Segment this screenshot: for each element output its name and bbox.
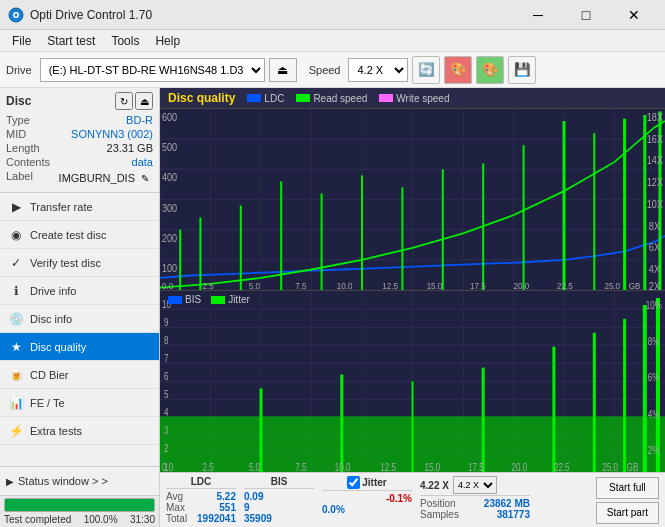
disc-type-row: Type BD-R	[6, 114, 153, 126]
disc-quality-icon: ★	[8, 339, 24, 355]
sidebar-item-verify-test-disc[interactable]: ✓ Verify test disc	[0, 249, 159, 277]
action-buttons: Start full Start part	[596, 476, 659, 524]
stats-bis-total-row: 35909	[244, 513, 314, 524]
disc-info-icon: 💿	[8, 311, 24, 327]
svg-text:3: 3	[164, 424, 168, 437]
legend-ldc: LDC	[247, 93, 284, 104]
svg-text:17.5: 17.5	[470, 280, 486, 290]
disc-contents-label: Contents	[6, 156, 50, 168]
speed-label: Speed	[309, 64, 341, 76]
sidebar-item-cd-bier[interactable]: 🍺 CD Bier	[0, 361, 159, 389]
speed-select[interactable]: 4.2 X	[348, 58, 408, 82]
legend-read-speed-label: Read speed	[313, 93, 367, 104]
eject-button[interactable]: ⏏	[269, 58, 297, 82]
disc-contents-row: Contents data	[6, 156, 153, 168]
legend-bis-color	[168, 296, 182, 304]
menu-help[interactable]: Help	[147, 32, 188, 50]
menu-file[interactable]: File	[4, 32, 39, 50]
color2-button[interactable]: 🎨	[476, 56, 504, 84]
chart1-svg: 600 500 400 300 200 100 18X 16X 14X 12X …	[160, 109, 665, 290]
progress-bar	[5, 499, 154, 511]
status-window-label: Status window > >	[18, 475, 108, 487]
sidebar-item-create-test-disc[interactable]: ◉ Create test disc	[0, 221, 159, 249]
svg-text:8: 8	[164, 334, 168, 347]
menu-tools[interactable]: Tools	[103, 32, 147, 50]
color1-button[interactable]: 🎨	[444, 56, 472, 84]
refresh-button[interactable]: 🔄	[412, 56, 440, 84]
disc-label-edit-button[interactable]: ✎	[137, 170, 153, 186]
charts-container: 600 500 400 300 200 100 18X 16X 14X 12X …	[160, 109, 665, 472]
maximize-button[interactable]: □	[563, 0, 609, 30]
disc-contents-value: data	[132, 156, 153, 168]
sidebar-item-drive-info-label: Drive info	[30, 285, 76, 297]
app-icon	[8, 7, 24, 23]
jitter-checkbox[interactable]	[347, 476, 360, 489]
menu-bar: File Start test Tools Help	[0, 30, 665, 52]
progress-labels: Test completed 100.0% 31:30	[4, 514, 155, 525]
svg-text:7: 7	[164, 352, 168, 365]
svg-text:0.0: 0.0	[162, 280, 173, 290]
sidebar-item-disc-info-label: Disc info	[30, 313, 72, 325]
svg-text:8%: 8%	[648, 335, 660, 348]
svg-text:17.5: 17.5	[468, 460, 484, 472]
start-full-button[interactable]: Start full	[596, 477, 659, 499]
stats-bis-col: BIS 0.09 9 35909	[244, 476, 314, 524]
sidebar-item-extra-tests[interactable]: ⚡ Extra tests	[0, 417, 159, 445]
sidebar-item-fe-te-label: FE / Te	[30, 397, 65, 409]
minimize-button[interactable]: ─	[515, 0, 561, 30]
svg-text:7.5: 7.5	[295, 460, 306, 472]
verify-test-disc-icon: ✓	[8, 255, 24, 271]
sidebar-item-create-test-disc-label: Create test disc	[30, 229, 106, 241]
svg-text:6X: 6X	[649, 242, 660, 254]
start-part-button[interactable]: Start part	[596, 502, 659, 524]
svg-text:15.0: 15.0	[425, 460, 441, 472]
svg-text:25.0: 25.0	[604, 280, 620, 290]
disc-label-row: Label IMGBURN_DIS ✎	[6, 170, 153, 186]
disc-eject-button[interactable]: ⏏	[135, 92, 153, 110]
svg-text:12.5: 12.5	[382, 280, 398, 290]
sidebar-item-disc-quality-label: Disc quality	[30, 341, 86, 353]
svg-text:9: 9	[164, 316, 168, 329]
legend-write-speed: Write speed	[379, 93, 449, 104]
stats-jitter-max: 0.0%	[322, 504, 345, 515]
disc-mid-label: MID	[6, 128, 26, 140]
sidebar-item-disc-info[interactable]: 💿 Disc info	[0, 305, 159, 333]
chart-title-bar: Disc quality LDC Read speed Write speed	[160, 88, 665, 109]
stats-jitter-avg: -0.1%	[386, 493, 412, 504]
sidebar-item-transfer-rate-label: Transfer rate	[30, 201, 93, 213]
status-section: ▶ Status window > >	[0, 466, 159, 495]
sidebar-item-disc-quality[interactable]: ★ Disc quality	[0, 333, 159, 361]
sidebar-item-drive-info[interactable]: ℹ Drive info	[0, 277, 159, 305]
title-bar: Opti Drive Control 1.70 ─ □ ✕	[0, 0, 665, 30]
disc-mid-row: MID SONYNN3 (002)	[6, 128, 153, 140]
disc-type-value: BD-R	[126, 114, 153, 126]
disc-length-label: Length	[6, 142, 40, 154]
svg-text:20.0: 20.0	[514, 280, 530, 290]
legend-bis-label: BIS	[185, 294, 201, 305]
legend-jitter-label: Jitter	[228, 294, 250, 305]
disc-refresh-button[interactable]: ↻	[115, 92, 133, 110]
sidebar-item-fe-te[interactable]: 📊 FE / Te	[0, 389, 159, 417]
stats-bis-avg-row: 0.09	[244, 491, 314, 502]
stats-speed-select[interactable]: 4.2 X	[453, 476, 497, 494]
svg-text:5.0: 5.0	[249, 280, 260, 290]
svg-text:4: 4	[164, 406, 169, 419]
stats-position-value: 23862 MB	[484, 498, 530, 509]
svg-text:500: 500	[162, 141, 178, 153]
close-button[interactable]: ✕	[611, 0, 657, 30]
chart1-area: 600 500 400 300 200 100 18X 16X 14X 12X …	[160, 109, 665, 291]
status-window-item[interactable]: ▶ Status window > >	[0, 469, 159, 493]
jitter-label: Jitter	[362, 477, 386, 488]
drive-select[interactable]: (E:) HL-DT-ST BD-RE WH16NS48 1.D3	[40, 58, 265, 82]
drive-label: Drive	[6, 64, 32, 76]
save-button[interactable]: 💾	[508, 56, 536, 84]
sidebar-item-transfer-rate[interactable]: ▶ Transfer rate	[0, 193, 159, 221]
legend-ldc-label: LDC	[264, 93, 284, 104]
stats-ldc-avg: 5.22	[217, 491, 236, 502]
menu-start-test[interactable]: Start test	[39, 32, 103, 50]
svg-text:5: 5	[164, 388, 168, 401]
svg-text:10.0: 10.0	[337, 280, 353, 290]
main-layout: Disc ↻ ⏏ Type BD-R MID SONYNN3 (002) Len…	[0, 88, 665, 527]
progress-bar-container	[4, 498, 155, 512]
progress-percent: 100.0%	[84, 514, 118, 525]
